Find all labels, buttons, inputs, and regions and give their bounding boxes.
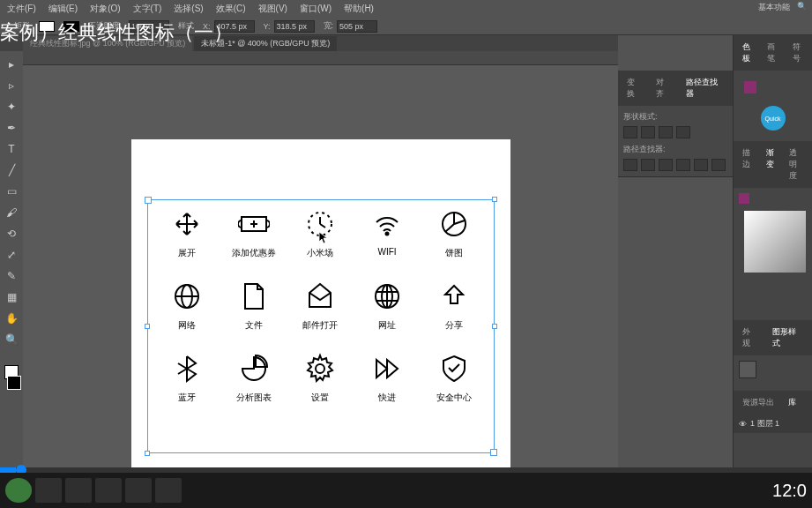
- exclude-btn[interactable]: [676, 126, 690, 138]
- tab-gradient[interactable]: 渐变: [763, 145, 779, 184]
- settings-icon: [304, 353, 336, 385]
- menu-select[interactable]: 选择(S): [174, 3, 203, 15]
- tab-pathfinder[interactable]: 路径查找器: [682, 74, 727, 102]
- eyedropper-tool[interactable]: ✎: [4, 268, 19, 284]
- mail-open-icon: [304, 280, 336, 312]
- merge-btn[interactable]: [659, 159, 673, 171]
- pen-tool[interactable]: ✒: [4, 120, 19, 136]
- icon-label: 分享: [445, 319, 463, 332]
- layer-row[interactable]: 👁 1 图层 1: [734, 415, 812, 433]
- menu-window[interactable]: 窗口(W): [300, 3, 332, 15]
- y-input[interactable]: [274, 20, 315, 33]
- line-tool[interactable]: ╱: [4, 162, 19, 178]
- selection-tool[interactable]: ▸: [4, 56, 19, 72]
- globe-icon: [171, 280, 203, 312]
- tab-transform[interactable]: 变换: [623, 74, 645, 102]
- tab-stroke[interactable]: 描边: [739, 145, 756, 184]
- icon-label: 展开: [178, 247, 196, 259]
- zoom-tool[interactable]: 🔍: [4, 332, 19, 347]
- unite-btn[interactable]: [623, 126, 637, 138]
- menu-file[interactable]: 文件(F): [7, 3, 36, 15]
- icon-label: 分析图表: [236, 392, 272, 404]
- artboard[interactable]: 展开 添加优惠券 小米场 WIFI 饼图 网络 文件 邮件打开 网址 分享 蓝牙…: [131, 139, 510, 467]
- wand-tool[interactable]: ✦: [4, 99, 19, 115]
- icon-label: 小米场: [307, 247, 333, 259]
- chart-icon: [238, 353, 270, 385]
- w-input[interactable]: [337, 20, 377, 33]
- shape-mode-label: 形状模式:: [623, 111, 727, 123]
- workspace-switcher[interactable]: 基本功能 🔍: [758, 2, 807, 13]
- icon-label: 蓝牙: [178, 392, 196, 404]
- menu-object[interactable]: 对象(O): [90, 3, 120, 15]
- icon-label: 设置: [311, 392, 329, 404]
- task-app2[interactable]: [65, 478, 92, 503]
- svg-point-2: [386, 233, 389, 235]
- outline-btn[interactable]: [694, 159, 708, 171]
- pathfinder-panel[interactable]: 变换 对齐 路径查找器 形状模式: 路径查找器:: [618, 71, 733, 177]
- grad-stop[interactable]: [739, 193, 749, 204]
- hand-tool[interactable]: ✋: [4, 310, 19, 326]
- tab-asset-export[interactable]: 资源导出: [739, 394, 778, 411]
- canvas-area[interactable]: 展开 添加优惠券 小米场 WIFI 饼图 网络 文件 邮件打开 网址 分享 蓝牙…: [23, 51, 618, 467]
- task-app3[interactable]: [95, 478, 122, 503]
- clock: 12:0: [772, 481, 807, 501]
- minusback-btn[interactable]: [711, 159, 726, 171]
- rotate-tool[interactable]: ⟲: [4, 226, 19, 242]
- tab-transparency[interactable]: 透明度: [786, 145, 807, 184]
- color-swatch[interactable]: [744, 81, 756, 93]
- move-icon: [171, 208, 203, 240]
- video-title: 案例）经典线性图标（一）: [0, 19, 233, 46]
- menu-view[interactable]: 视图(V): [258, 3, 287, 15]
- icon-label: 快进: [378, 392, 396, 404]
- brush-tool[interactable]: 🖌: [4, 205, 19, 220]
- intersect-btn[interactable]: [659, 126, 673, 138]
- task-app5[interactable]: [155, 478, 182, 503]
- timer-icon: [304, 208, 336, 240]
- icon-grid: 展开 添加优惠券 小米场 WIFI 饼图 网络 文件 邮件打开 网址 分享 蓝牙…: [158, 208, 484, 404]
- menu-edit[interactable]: 编辑(E): [48, 3, 78, 15]
- stroke-color[interactable]: [7, 376, 21, 390]
- share-icon: [438, 280, 470, 312]
- tab-libraries[interactable]: 库: [785, 394, 800, 411]
- scale-tool[interactable]: ⤢: [4, 247, 19, 263]
- type-tool[interactable]: T: [4, 141, 19, 157]
- search-icon[interactable]: 🔍: [797, 2, 807, 13]
- trim-btn[interactable]: [641, 159, 655, 171]
- web-icon: [371, 280, 403, 312]
- ruler-horizontal: [23, 51, 618, 65]
- tab-swatches[interactable]: 色板: [739, 39, 756, 67]
- icon-label: 网络: [178, 319, 196, 332]
- coupon-icon: [238, 208, 270, 240]
- file-icon: [238, 280, 270, 312]
- minus-btn[interactable]: [641, 126, 655, 138]
- crop-btn[interactable]: [676, 159, 690, 171]
- right-panels: 变换 对齐 路径查找器 形状模式: 路径查找器: 色板 画笔 符号: [618, 35, 812, 467]
- bluetooth-icon: [171, 353, 203, 385]
- rect-tool[interactable]: ▭: [4, 183, 19, 199]
- divide-btn[interactable]: [623, 159, 637, 171]
- pathfinder-label: 路径查找器:: [623, 144, 727, 155]
- direct-select-tool[interactable]: ▹: [4, 78, 19, 93]
- quick-actions[interactable]: Quick: [761, 106, 786, 131]
- forward-icon: [371, 353, 403, 385]
- eye-icon[interactable]: 👁: [739, 420, 747, 429]
- menu-effect[interactable]: 效果(C): [216, 3, 246, 15]
- gradient-tool[interactable]: ▦: [4, 289, 19, 305]
- start-button[interactable]: [5, 478, 32, 503]
- tab-symbols[interactable]: 符号: [789, 39, 807, 67]
- task-app4[interactable]: [125, 478, 152, 503]
- menu-type[interactable]: 文字(T): [133, 3, 162, 15]
- tab-graphic-styles[interactable]: 图形样式: [769, 324, 807, 352]
- tab-brushes[interactable]: 画笔: [764, 39, 781, 67]
- menu-help[interactable]: 帮助(H): [344, 3, 374, 15]
- svg-point-8: [316, 364, 324, 373]
- tab-align[interactable]: 对齐: [652, 74, 674, 102]
- gradient-preview[interactable]: [744, 211, 806, 273]
- menubar: 文件(F) 编辑(E) 对象(O) 文字(T) 选择(S) 效果(C) 视图(V…: [0, 0, 812, 18]
- task-app1[interactable]: [35, 478, 62, 503]
- tab-appearance[interactable]: 外观: [739, 324, 762, 352]
- style-thumb[interactable]: [739, 361, 756, 378]
- icon-label: 安全中心: [436, 392, 472, 404]
- shield-icon: [438, 353, 470, 385]
- taskbar: 12:0: [0, 473, 812, 508]
